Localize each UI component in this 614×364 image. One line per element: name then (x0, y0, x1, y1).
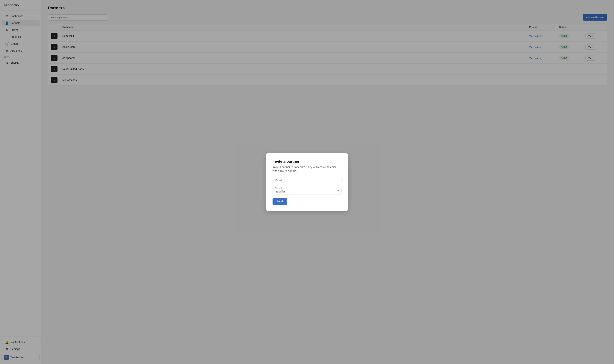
role-select-wrapper: Their Role Supplier Retailer ▾ (273, 186, 341, 195)
invite-partner-modal: Invite a partner Invite a partner to tra… (266, 153, 348, 211)
role-select[interactable]: Supplier Retailer (273, 186, 341, 195)
email-input[interactable] (273, 177, 341, 184)
modal-description: Invite a partner to trade with. They wil… (273, 165, 341, 173)
modal-title: Invite a partner (273, 159, 341, 164)
modal-overlay: Invite a partner Invite a partner to tra… (0, 0, 614, 364)
send-button[interactable]: Send (273, 198, 287, 205)
